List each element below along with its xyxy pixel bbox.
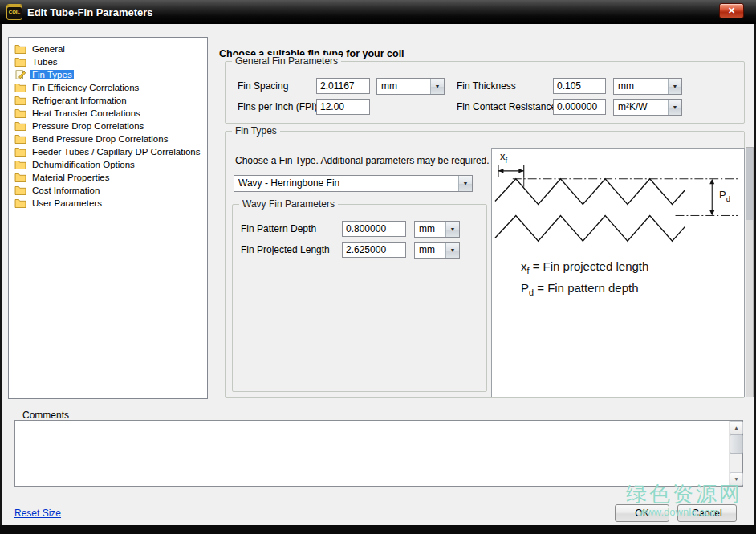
sidebar-item-tubes[interactable]: Tubes: [9, 55, 207, 68]
folder-icon: [14, 96, 26, 105]
fin-projected-length-unit-select[interactable]: mm ▼: [414, 242, 460, 259]
folder-icon: [14, 160, 26, 169]
diagram-legend: xf = Fin projected length Pd = Fin patte…: [521, 258, 648, 301]
sidebar-item-heat-transfer-correlations[interactable]: Heat Transfer Correlations: [9, 107, 207, 120]
dialog-window: COIL Edit Tube-Fin Parameters ✕ General …: [0, 0, 756, 534]
sidebar-item-refrigerant-information[interactable]: Refrigerant Information: [9, 94, 207, 107]
fin-projected-length-label: Fin Projected Length: [241, 242, 330, 259]
diagram-legend-line2: Pd = Fin pattern depth: [521, 279, 648, 301]
sidebar-item-fin-efficiency-correlations[interactable]: Fin Efficiency Correlations: [9, 81, 207, 94]
sidebar-item-label: Fin Efficiency Correlations: [30, 83, 140, 92]
chevron-down-icon[interactable]: ▼: [445, 222, 459, 237]
sidebar-item-label: Tubes: [30, 57, 59, 67]
fin-spacing-input[interactable]: [316, 78, 370, 94]
fin-thickness-input[interactable]: [553, 78, 606, 94]
folder-icon: [14, 108, 26, 118]
window-bottom-frame: [0, 525, 756, 534]
sidebar-item-general[interactable]: General: [9, 43, 207, 55]
sidebar-item-label: Pressure Drop Correlations: [30, 121, 145, 131]
unit-value: mm: [377, 79, 430, 94]
general-fin-parameters-group: General Fin Parameters Fin Spacing mm ▼ …: [225, 61, 745, 124]
fin-type-value: Wavy - Herringbone Fin: [234, 176, 458, 191]
scrollbar-thumb[interactable]: [746, 148, 753, 220]
fin-diagram: xf Pd xf = Fin projected length Pd = Fin…: [491, 148, 745, 397]
fin-contact-resistance-unit-select[interactable]: m²K/W ▼: [613, 99, 682, 116]
sidebar-item-label: Cost Information: [30, 185, 101, 195]
close-icon: ✕: [728, 6, 735, 15]
comments-textarea[interactable]: ▲ ▼: [14, 420, 743, 487]
sidebar-item-label: General: [30, 44, 67, 54]
folder-icon: [14, 173, 26, 182]
sidebar-item-user-parameters[interactable]: User Parameters: [9, 197, 207, 210]
fin-spacing-unit-select[interactable]: mm ▼: [376, 78, 445, 95]
fin-pattern-depth-unit-select[interactable]: mm ▼: [414, 221, 460, 238]
chevron-down-icon[interactable]: ▼: [668, 100, 681, 115]
fin-type-instruction: Choose a Fin Type. Additional parameters…: [235, 153, 490, 169]
unit-value: mm: [614, 79, 668, 94]
fin-type-select[interactable]: Wavy - Herringbone Fin ▼: [234, 175, 473, 192]
ok-button[interactable]: OK: [615, 504, 669, 522]
parameter-tree: General Tubes Fin Types Fin Efficiency C…: [8, 37, 208, 399]
fin-types-group: Fin Types Choose a Fin Type. Additional …: [225, 131, 745, 398]
sidebar-item-label: Bend Pressure Drop Correlations: [30, 134, 169, 144]
title-bar: COIL Edit Tube-Fin Parameters ✕: [0, 0, 756, 24]
chevron-down-icon[interactable]: ▼: [445, 243, 459, 258]
folder-icon: [14, 134, 26, 144]
sidebar-item-label: User Parameters: [30, 198, 104, 208]
edit-page-icon: [14, 70, 26, 79]
sidebar-item-label: Dehumidification Options: [30, 160, 136, 169]
dialog-content: General Tubes Fin Types Fin Efficiency C…: [2, 24, 754, 525]
app-icon: COIL: [6, 4, 22, 20]
sidebar-item-fin-types[interactable]: Fin Types: [9, 68, 207, 81]
sidebar-item-label: Material Properties: [30, 173, 112, 182]
fin-contact-resistance-label: Fin Contact Resistance: [457, 99, 556, 116]
unit-value: mm: [415, 243, 445, 258]
comments-label: Comments: [22, 410, 69, 421]
sidebar-item-material-properties[interactable]: Material Properties: [9, 171, 207, 184]
sidebar-item-label: Heat Transfer Correlations: [30, 108, 142, 118]
app-icon-label: COIL: [9, 10, 20, 14]
main-panel-scrollbar[interactable]: [746, 147, 754, 397]
sidebar-item-label: Feeder Tubes / Capillary DP Correlations: [30, 147, 201, 157]
xf-dimension-label: xf: [500, 150, 507, 165]
fin-spacing-label: Fin Spacing: [238, 78, 288, 95]
sidebar-item-cost-information[interactable]: Cost Information: [9, 184, 207, 197]
fin-pattern-depth-label: Fin Pattern Depth: [241, 221, 316, 238]
window-title: Edit Tube-Fin Parameters: [27, 6, 153, 18]
fin-thickness-unit-select[interactable]: mm ▼: [613, 78, 682, 95]
sidebar-item-dehumidification-options[interactable]: Dehumidification Options: [9, 158, 207, 171]
folder-icon: [14, 44, 26, 54]
folder-icon: [14, 57, 26, 67]
scroll-down-icon[interactable]: ▼: [730, 472, 743, 486]
folder-icon: [14, 83, 26, 92]
folder-icon: [14, 121, 26, 131]
fin-projected-length-input[interactable]: [342, 242, 406, 258]
sidebar-item-feeder-tubes-capillary-dp-correlations[interactable]: Feeder Tubes / Capillary DP Correlations: [9, 145, 207, 158]
pd-dimension-label: Pd: [719, 189, 730, 203]
cancel-button[interactable]: Cancel: [677, 504, 737, 522]
scrollbar-thumb[interactable]: [730, 434, 743, 454]
chevron-down-icon[interactable]: ▼: [668, 79, 681, 94]
folder-icon: [14, 198, 26, 208]
fins-per-inch-input[interactable]: [316, 99, 370, 115]
sidebar-item-label: Fin Types: [30, 70, 74, 79]
comments-scrollbar[interactable]: ▲ ▼: [729, 421, 742, 486]
chevron-down-icon[interactable]: ▼: [430, 79, 444, 94]
sidebar-item-bend-pressure-drop-correlations[interactable]: Bend Pressure Drop Correlations: [9, 132, 207, 145]
sidebar-item-label: Refrigerant Information: [30, 96, 128, 105]
unit-value: m²K/W: [614, 100, 668, 115]
fin-contact-resistance-input[interactable]: [553, 99, 606, 115]
wavy-fin-parameters-group: Wavy Fin Parameters Fin Pattern Depth mm…: [232, 204, 487, 392]
fin-pattern-depth-input[interactable]: [342, 221, 406, 237]
group-title: Fin Types: [232, 125, 280, 137]
chevron-down-icon[interactable]: ▼: [458, 176, 472, 191]
fin-thickness-label: Fin Thickness: [457, 78, 516, 95]
group-title: Wavy Fin Parameters: [239, 198, 338, 210]
group-title: General Fin Parameters: [232, 55, 341, 67]
reset-size-link[interactable]: Reset Size: [14, 508, 61, 519]
sidebar-item-pressure-drop-correlations[interactable]: Pressure Drop Correlations: [9, 120, 207, 132]
diagram-legend-line1: xf = Fin projected length: [521, 258, 648, 279]
scroll-up-icon[interactable]: ▲: [730, 421, 743, 434]
unit-value: mm: [415, 222, 445, 237]
close-button[interactable]: ✕: [719, 3, 744, 18]
